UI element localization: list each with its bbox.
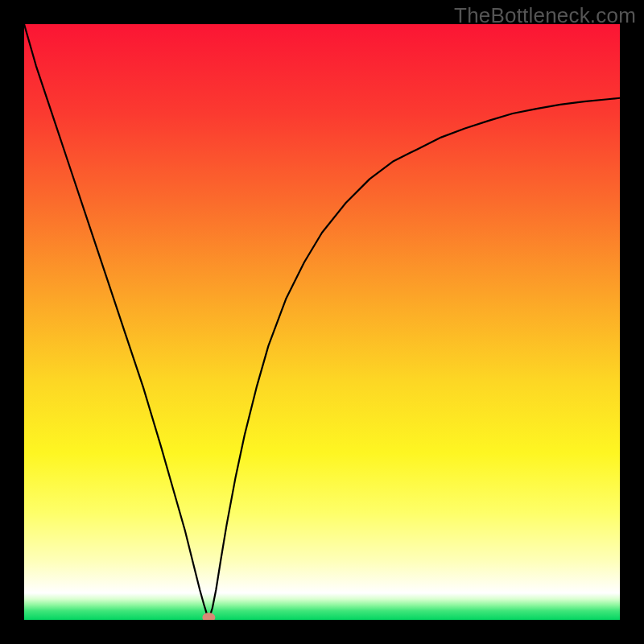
gradient-background bbox=[24, 24, 620, 620]
plot-area bbox=[24, 24, 620, 620]
chart-frame: TheBottleneck.com bbox=[0, 0, 644, 644]
watermark-text: TheBottleneck.com bbox=[454, 3, 636, 28]
plot-svg bbox=[24, 24, 620, 620]
